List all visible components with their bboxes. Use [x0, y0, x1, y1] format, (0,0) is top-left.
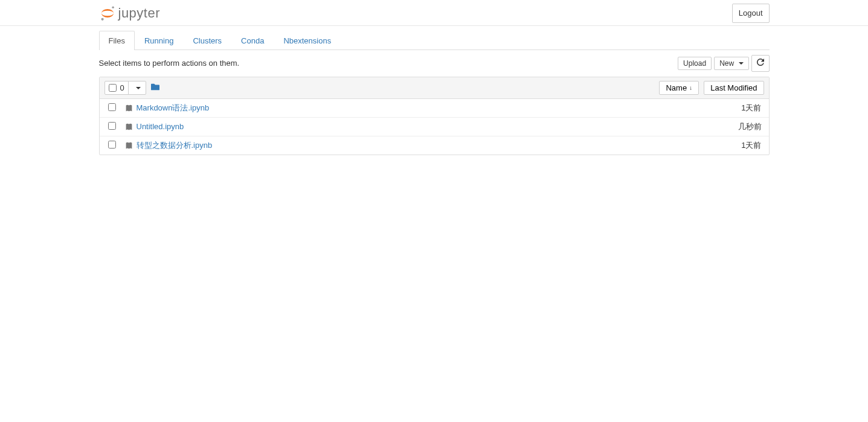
refresh-icon [757, 59, 764, 66]
file-modified: 几秒前 [738, 121, 764, 132]
row-checkbox[interactable] [108, 103, 116, 111]
sort-name-label: Name [666, 83, 687, 92]
toolbar: Select items to perform actions on them.… [99, 50, 770, 77]
toolbar-hint: Select items to perform actions on them. [99, 59, 240, 68]
tab-files[interactable]: Files [99, 31, 135, 50]
breadcrumb-home[interactable] [151, 83, 159, 93]
file-modified: 1天前 [741, 140, 764, 151]
file-modified: 1天前 [741, 103, 764, 113]
file-link[interactable]: Untitled.ipynb [137, 122, 184, 131]
svg-point-0 [112, 6, 114, 8]
row-checkbox[interactable] [108, 141, 116, 149]
notebook-icon [125, 103, 133, 112]
select-dropdown[interactable] [128, 82, 146, 94]
list-item: Untitled.ipynb 几秒前 [100, 118, 769, 136]
caret-down-icon [739, 62, 744, 65]
new-button[interactable]: New [714, 57, 748, 70]
tab-running[interactable]: Running [135, 31, 183, 50]
upload-button[interactable]: Upload [678, 57, 712, 70]
sort-name-button[interactable]: Name ↓ [659, 81, 699, 95]
file-link[interactable]: Markdown语法.ipynb [137, 103, 210, 113]
jupyter-logo-text: jupyter [118, 5, 161, 21]
list-item: 转型之数据分析.ipynb 1天前 [100, 136, 769, 155]
jupyter-logo-icon [99, 5, 116, 22]
header: jupyter Logout [0, 0, 868, 26]
file-list: 0 Name ↓ Last Modified [99, 77, 770, 155]
tab-conda[interactable]: Conda [231, 31, 274, 50]
folder-icon [151, 83, 159, 91]
svg-point-1 [101, 18, 103, 20]
file-link[interactable]: 转型之数据分析.ipynb [137, 140, 213, 151]
jupyter-logo[interactable]: jupyter [99, 5, 161, 22]
refresh-button[interactable] [751, 55, 770, 72]
select-all-group: 0 [104, 81, 146, 95]
notebook-icon [125, 141, 133, 150]
tab-clusters[interactable]: Clusters [183, 31, 231, 50]
row-checkbox[interactable] [108, 122, 116, 130]
sort-modified-button[interactable]: Last Modified [704, 81, 764, 95]
notebook-icon [125, 122, 133, 131]
list-item: Markdown语法.ipynb 1天前 [100, 99, 769, 118]
logout-button[interactable]: Logout [732, 4, 770, 23]
list-header: 0 Name ↓ Last Modified [100, 77, 769, 99]
caret-down-icon [136, 87, 141, 89]
select-all-checkbox[interactable] [109, 84, 117, 92]
arrow-down-icon: ↓ [689, 85, 692, 91]
new-button-label: New [719, 59, 734, 68]
tabs: Files Running Clusters Conda Nbextension… [99, 31, 770, 50]
tab-nbextensions[interactable]: Nbextensions [274, 31, 341, 50]
selected-count: 0 [120, 83, 124, 92]
